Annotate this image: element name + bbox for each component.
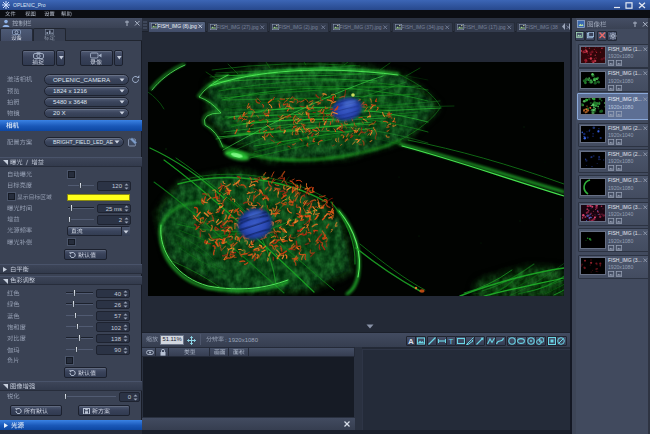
svg-text:T: T (449, 337, 454, 345)
svg-text:A: A (408, 337, 414, 345)
